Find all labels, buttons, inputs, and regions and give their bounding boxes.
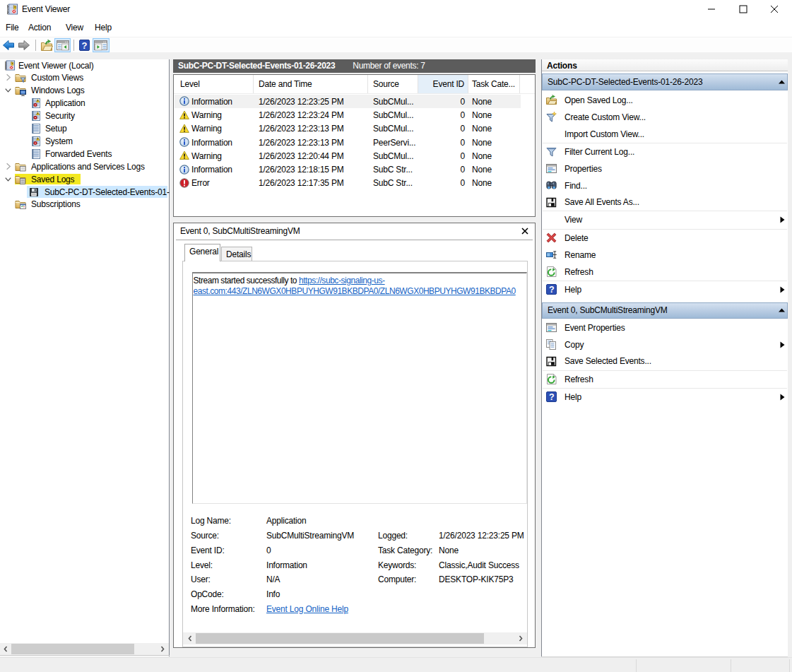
svg-text:?: ? [82, 40, 88, 51]
